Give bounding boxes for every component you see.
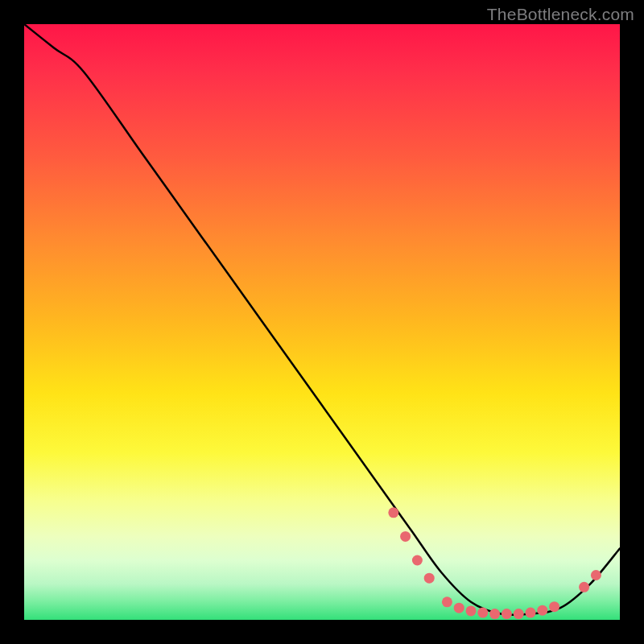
data-marker <box>412 555 423 566</box>
data-marker <box>477 608 488 618</box>
data-marker <box>424 573 435 584</box>
data-marker <box>442 597 452 607</box>
data-marker <box>579 582 589 592</box>
chart-frame: TheBottleneck.com <box>0 0 644 644</box>
data-marker <box>537 605 547 616</box>
data-marker <box>388 507 398 518</box>
data-marker <box>489 609 500 619</box>
plot-area <box>24 24 620 620</box>
data-marker <box>526 608 536 618</box>
data-marker <box>549 601 559 612</box>
data-marker <box>502 609 512 619</box>
curve-layer <box>24 24 620 620</box>
bottleneck-curve <box>24 24 620 615</box>
data-marker <box>466 605 477 616</box>
watermark-text: TheBottleneck.com <box>487 5 634 24</box>
data-marker <box>591 570 601 580</box>
data-marker <box>454 603 464 613</box>
data-marker <box>514 609 524 619</box>
data-marker <box>400 531 411 542</box>
